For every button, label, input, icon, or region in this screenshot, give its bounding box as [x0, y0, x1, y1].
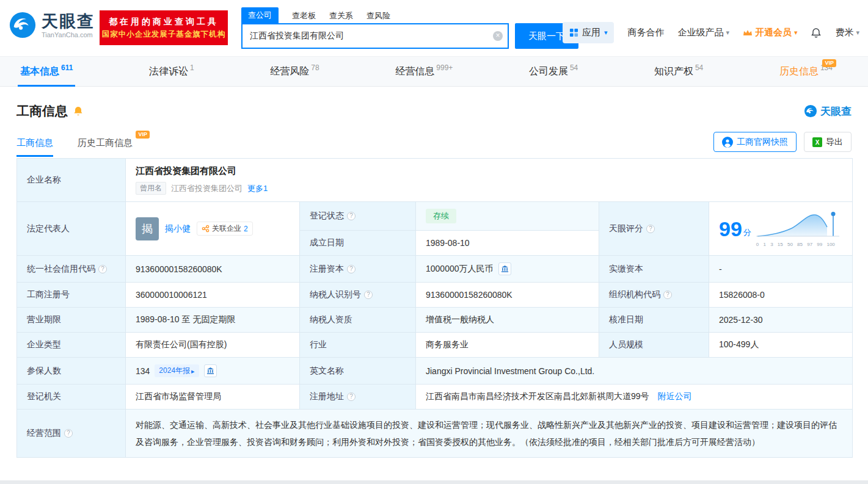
help-icon[interactable] — [347, 392, 356, 401]
scope-value: 对能源、交通运输、高新技术、社会事业及其他行业基础设施项目的投资、建设和运营管理… — [136, 416, 842, 450]
legal-rep-name-link[interactable]: 揭小健 — [165, 223, 191, 234]
clear-search-icon[interactable] — [493, 31, 503, 41]
reg-capital-label: 注册资本 — [310, 264, 344, 273]
chevron-down-icon — [726, 29, 729, 37]
status-label: 登记状态 — [310, 211, 344, 220]
tianyancha-logo-icon — [804, 104, 817, 118]
english-name-value: Jiangxi Provincial Investment Group Co.,… — [416, 358, 853, 385]
company-nav-tabs: 基本信息 611 法律诉讼 1 经营风险 78 经营信息 999+ 公司发展 5… — [0, 56, 868, 87]
nav-enterprise-products[interactable]: 企业级产品 — [677, 27, 729, 38]
chevron-down-icon — [794, 29, 798, 37]
search-tab-boss[interactable]: 查老板 — [292, 10, 316, 23]
tab-operating-risk[interactable]: 经营风险 78 — [270, 57, 319, 86]
taxpayer-id-label: 纳税人识别号 — [310, 289, 361, 299]
legal-rep-label: 法定代表人 — [17, 202, 126, 256]
annual-report-tag[interactable]: 2024年报 — [155, 364, 199, 377]
score-chart: 0 1 3 15 50 85 97 99 100 — [755, 210, 841, 247]
related-company-icon — [202, 225, 210, 233]
insured-detail-icon[interactable] — [204, 364, 217, 377]
search-tab-relation[interactable]: 查关系 — [329, 10, 353, 23]
help-icon[interactable] — [347, 265, 356, 273]
tab-legal-litigation[interactable]: 法律诉讼 1 — [149, 57, 194, 86]
section-actions: 工商官网快照 X 导出 — [713, 132, 852, 157]
help-icon[interactable] — [646, 225, 655, 233]
svg-text:X: X — [815, 139, 820, 146]
insured-label: 参保人数 — [17, 358, 126, 385]
tab-label: 公司发展 — [529, 65, 568, 78]
arrow-right-icon — [190, 367, 195, 375]
watermark-logo: 天眼查 — [804, 104, 852, 118]
uscc-label-cell: 统一社会信用代码 — [17, 256, 126, 283]
promo-banner: 都在用的商业查询工具 国家中小企业发展子基金旗下机构 — [100, 10, 228, 45]
org-code-value: 15826008-0 — [709, 283, 853, 308]
tab-intellectual-property[interactable]: 知识产权 54 — [654, 57, 703, 86]
tab-count: 1 — [190, 63, 194, 72]
registry-value: 江西省市场监督管理局 — [126, 385, 300, 410]
chevron-down-icon — [856, 29, 859, 37]
business-term-label: 营业期限 — [17, 308, 126, 333]
staff-size-value: 100-499人 — [709, 333, 853, 358]
status-label-cell: 登记状态 — [300, 202, 416, 231]
export-button[interactable]: X 导出 — [804, 132, 852, 152]
former-name-tag: 曾用名 — [136, 182, 166, 195]
notification-bell-icon[interactable] — [811, 27, 822, 38]
logo-domain: TianYanCha.com — [42, 31, 95, 38]
reg-capital-cell: 1000000万人民币 — [426, 262, 589, 275]
insured-value: 134 — [136, 366, 150, 376]
approved-date-value: 2025-12-30 — [709, 308, 853, 333]
tab-business-info[interactable]: 经营信息 999+ — [395, 57, 453, 86]
search-tab-company[interactable]: 查公司 — [241, 7, 279, 23]
help-icon[interactable] — [364, 291, 373, 299]
score-unit: 分 — [743, 227, 751, 238]
tab-label: 基本信息 — [20, 65, 59, 78]
reg-capital-label-cell: 注册资本 — [300, 256, 416, 283]
page: 天眼查 TianYanCha.com 都在用的商业查询工具 国家中小企业发展子基… — [0, 0, 868, 484]
tab-company-development[interactable]: 公司发展 54 — [529, 57, 578, 86]
snapshot-avatar-icon — [722, 137, 733, 148]
score-axis-labels: 0 1 3 15 50 85 97 99 100 — [755, 242, 841, 247]
help-icon[interactable] — [347, 212, 356, 220]
subtab-history-business-info[interactable]: 历史工商信息 VIP — [78, 137, 133, 157]
status-badge: 存续 — [426, 209, 456, 223]
search-input[interactable] — [241, 23, 509, 49]
help-icon[interactable] — [64, 429, 73, 438]
more-former-names-link[interactable]: 更多1 — [247, 183, 268, 194]
nearby-companies-link[interactable]: 附近公司 — [657, 391, 691, 401]
search-row: 天眼一下 — [241, 23, 578, 49]
chevron-down-icon — [604, 29, 608, 37]
taxpayer-type-label: 纳税人资质 — [300, 308, 416, 333]
tianyancha-logo-icon — [9, 11, 37, 39]
user-name: 费米 — [835, 27, 853, 38]
tianyancha-logo[interactable]: 天眼查 TianYanCha.com — [9, 11, 95, 39]
reg-number-label: 工商注册号 — [17, 283, 126, 308]
registry-label: 登记机关 — [17, 385, 126, 410]
watermark-logo-text: 天眼查 — [820, 104, 852, 118]
subtab-business-info[interactable]: 工商信息 — [16, 137, 53, 157]
related-companies-count: 2 — [244, 225, 248, 233]
related-companies-badge[interactable]: 关联企业 2 — [197, 222, 253, 236]
apps-menu[interactable]: 应用 — [563, 22, 615, 43]
official-snapshot-button[interactable]: 工商官网快照 — [713, 132, 797, 152]
legal-rep-avatar[interactable]: 揭 — [136, 217, 159, 240]
nav-open-vip[interactable]: 开通会员 — [743, 27, 798, 38]
section-header: 工商信息 天眼查 — [0, 87, 868, 120]
top-bar: 天眼查 TianYanCha.com 都在用的商业查询工具 国家中小企业发展子基… — [0, 0, 868, 56]
user-menu[interactable]: 费米 — [835, 27, 859, 38]
tab-history-info[interactable]: 历史信息 134 VIP — [779, 57, 833, 86]
tab-label: 经营信息 — [395, 65, 434, 78]
subscribe-bell-icon[interactable] — [73, 106, 84, 117]
industry-label: 行业 — [300, 333, 416, 358]
table-row: 法定代表人 揭 揭小健 关联企业 2 登记状态 — [17, 202, 853, 231]
score-value: 99 — [719, 218, 742, 240]
capital-detail-icon[interactable] — [498, 262, 511, 275]
help-icon[interactable] — [663, 291, 672, 299]
search-tabs: 查公司 查老板 查关系 查风险 — [241, 8, 578, 23]
search-tab-risk[interactable]: 查风险 — [367, 10, 390, 23]
nav-cooperation[interactable]: 商务合作 — [627, 27, 664, 38]
tab-basic-info[interactable]: 基本信息 611 — [20, 57, 73, 86]
section-title: 工商信息 — [16, 103, 68, 120]
help-icon[interactable] — [98, 265, 107, 273]
scope-label-cell: 经营范围 — [17, 410, 126, 458]
tab-label: 历史信息 — [779, 65, 819, 78]
vip-badge: VIP — [136, 131, 150, 139]
